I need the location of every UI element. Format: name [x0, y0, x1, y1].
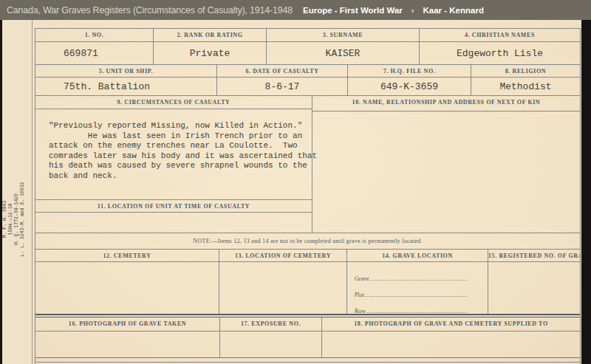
document-viewer-canvas: M. F. W. 3943 150m.—12-18 H. Q. 1772-39-…: [0, 20, 591, 364]
form-row-1-headers: 1. NO. 2. RANK OR RATING 3. SURNAME 4. C…: [35, 28, 580, 42]
field-grave-location-label: 14. GRAVE LOCATION: [347, 250, 488, 261]
breadcrumb-range[interactable]: Kaar - Kennard: [423, 6, 483, 15]
row-line-label: Row: [355, 308, 366, 315]
field-surname-label: 3. SURNAME: [267, 29, 420, 41]
field-cemetery-location-value: [219, 262, 347, 314]
field-circumstances-value: "Previously reported Missing, now Killed…: [35, 109, 312, 181]
app-window: Canada, War Graves Registers (Circumstan…: [0, 0, 591, 364]
field-surname-value: KAISER: [267, 42, 420, 64]
field-next-of-kin-label: 10. NAME, RELATIONSHIP AND ADDRESS OF NE…: [312, 96, 580, 111]
breadcrumb: Europe - First World War › Kaar - Kennar…: [303, 6, 484, 15]
field-religion-label: 8. RELIGION: [471, 65, 580, 77]
grave-line: Grave: [355, 272, 488, 282]
form-row-4-headers: 16. PHOTOGRAPH OF GRAVE TAKEN 17. EXPOSU…: [35, 317, 580, 332]
field-photo-supplied-label: 18. PHOTOGRAPH OF GRAVE AND CEMETERY SUP…: [322, 317, 580, 331]
plot-line-label: Plot: [355, 292, 364, 298]
location-of-unit-section: 11. LOCATION OF UNIT AT TIME OF CASUALTY: [35, 199, 312, 233]
field-photo-taken-value: [35, 332, 220, 357]
row-dotted-line: [367, 312, 467, 313]
plot-dotted-line: [366, 296, 467, 297]
form-bottom-rule: [35, 358, 580, 363]
field-cemetery-value: [35, 262, 219, 314]
field-photo-supplied-value: [322, 332, 580, 357]
grave-line-label: Grave: [355, 275, 369, 282]
field-unit-label: 5. UNIT OR SHIP.: [35, 65, 217, 77]
circumstances-column: 9. CIRCUMSTANCES OF CASUALTY "Previously…: [35, 96, 312, 233]
field-cemetery-location-label: 13. LOCATION OF CEMETERY: [219, 250, 347, 261]
field-exposure-no-value: [220, 332, 322, 357]
grave-dotted-line: [371, 280, 467, 281]
field-date-of-casualty-label: 6. DATE OF CASUALTY: [217, 65, 348, 77]
field-rank-label: 2. RANK OR RATING: [154, 29, 267, 41]
field-photo-taken-label: 16. PHOTOGRAPH OF GRAVE TAKEN: [35, 317, 220, 331]
form-row-2-values: 75th. Battalion 8-6-17 649-K-3659 Method…: [35, 78, 580, 96]
collection-header-bar: Canada, War Graves Registers (Circumstan…: [0, 0, 591, 20]
field-christian-names-label: 4. CHRISTIAN NAMES: [420, 29, 580, 41]
collection-title: Canada, War Graves Registers (Circumstan…: [7, 5, 293, 16]
plot-line: Plot: [355, 288, 488, 298]
field-circumstances-label: 9. CIRCUMSTANCES OF CASUALTY: [35, 96, 312, 109]
next-of-kin-column: 10. NAME, RELATIONSHIP AND ADDRESS OF NE…: [312, 96, 580, 233]
field-religion-value: Methodist: [471, 78, 580, 95]
row-line: Row: [355, 304, 488, 315]
field-no-value: 669871: [35, 42, 154, 64]
field-unit-value: 75th. Battalion: [35, 78, 217, 95]
field-hq-file-value: 649-K-3659: [348, 78, 471, 95]
form-note-text: NOTE:—Items 12, 13 and 14 are not to be …: [193, 238, 422, 244]
scanned-register-page[interactable]: M. F. W. 3943 150m.—12-18 H. Q. 1772-39-…: [2, 20, 581, 364]
field-rank-value: Private: [154, 42, 267, 64]
breadcrumb-separator-icon: ›: [411, 6, 414, 15]
field-cemetery-label: 12. CEMETERY: [35, 250, 219, 261]
field-registered-grave-no-value: [488, 262, 580, 314]
form-middle-section: 9. CIRCUMSTANCES OF CASUALTY "Previously…: [35, 96, 580, 233]
field-unit-location-label: 11. LOCATION OF UNIT AT TIME OF CASUALTY: [35, 200, 312, 213]
form-row-2-headers: 5. UNIT OR SHIP. 6. DATE OF CASUALTY 7. …: [35, 65, 580, 78]
field-christian-names-value: Edgeworth Lisle: [420, 42, 580, 64]
form-note-band: NOTE:—Items 12, 13 and 14 are not to be …: [35, 233, 580, 250]
form-print-stamp: M. F. W. 3943 150m.—12-18 H. Q. 1772-39-…: [2, 179, 32, 259]
form-row-3-headers: 12. CEMETERY 13. LOCATION OF CEMETERY 14…: [35, 250, 580, 262]
field-date-of-casualty-value: 8-6-17: [217, 78, 348, 95]
form-row-4-values: [35, 332, 580, 358]
breadcrumb-collection[interactable]: Europe - First World War: [303, 6, 403, 15]
form-row-3-values: Grave Plot Row: [35, 262, 580, 314]
form-left-margin: M. F. W. 3943 150m.—12-18 H. Q. 1772-39-…: [2, 20, 33, 364]
field-registered-grave-no-label: 15. REGISTERED NO. OF GRAVE: [488, 250, 580, 261]
field-grave-location-value: Grave Plot Row: [347, 262, 488, 314]
field-hq-file-label: 7. H.Q. FILE NO.: [348, 65, 471, 77]
field-no-label: 1. NO.: [35, 29, 154, 41]
field-exposure-no-label: 17. EXPOSURE NO.: [220, 317, 322, 331]
form-row-1-values: 669871 Private KAISER Edgeworth Lisle: [35, 42, 580, 65]
casualty-form: 1. NO. 2. RANK OR RATING 3. SURNAME 4. C…: [35, 28, 581, 364]
